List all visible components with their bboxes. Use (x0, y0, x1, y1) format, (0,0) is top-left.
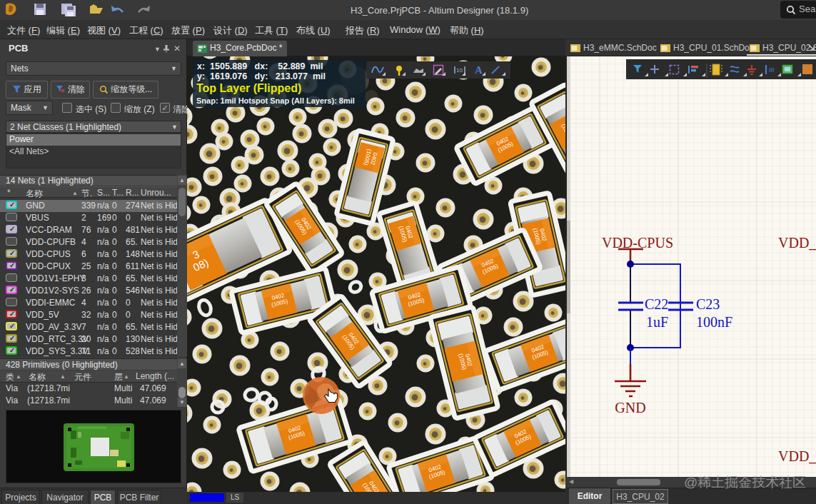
svg-text:100nF: 100nF (696, 314, 732, 330)
svg-text:VDD_: VDD_ (778, 235, 816, 251)
svg-text:VDD_: VDD_ (778, 448, 816, 464)
svg-text:C23: C23 (696, 296, 720, 312)
svg-text:GND: GND (615, 400, 645, 415)
svg-text:A: A (475, 64, 483, 76)
svg-text:C22: C22 (645, 296, 668, 312)
svg-text:VDD-CPUS: VDD-CPUS (602, 235, 673, 251)
svg-text:1uF: 1uF (646, 314, 668, 330)
svg-text:10: 10 (456, 67, 463, 74)
svg-text:III: III (769, 66, 775, 74)
